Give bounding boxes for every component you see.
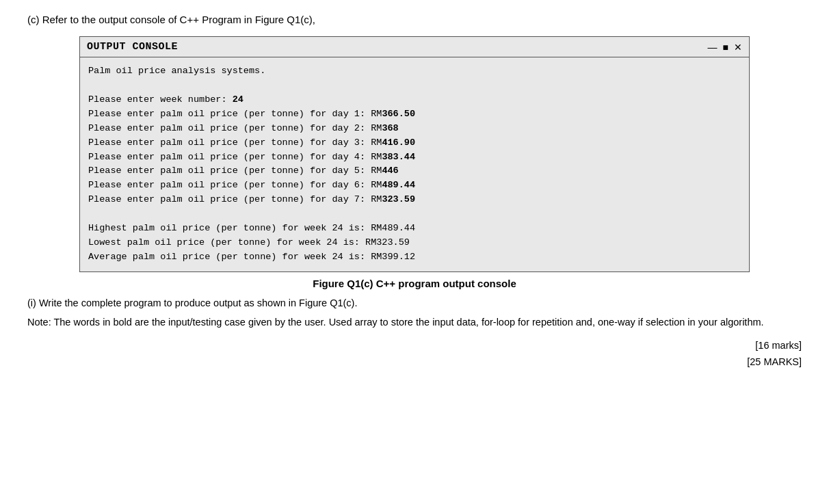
console-line-8: Please enter palm oil price (per tonne) … [88, 164, 741, 178]
input-day1: 366.50 [382, 109, 415, 119]
console-titlebar: OUTPUT CONSOLE — ■ ✕ [80, 37, 749, 57]
minimize-button[interactable]: — [708, 42, 718, 53]
input-week: 24 [233, 94, 244, 105]
input-day2: 368 [382, 123, 398, 133]
console-line-4: Please enter palm oil price (per tonne) … [88, 107, 741, 122]
console-controls: — ■ ✕ [708, 42, 742, 53]
console-line-average: Average palm oil price (per tonne) for w… [88, 250, 741, 265]
marks-section: [16 marks] [25 MARKS] [27, 337, 802, 371]
intro-text: (c) Refer to the output console of C++ P… [27, 14, 802, 25]
figure-caption: Figure Q1(c) C++ program output console [27, 278, 802, 289]
console-line-5: Please enter palm oil price (per tonne) … [88, 122, 741, 136]
console-title: OUTPUT CONSOLE [87, 41, 178, 53]
question-part-i: (i) Write the complete program to produc… [27, 297, 802, 308]
console-line-blank-2 [88, 207, 741, 222]
close-button[interactable]: ✕ [734, 42, 742, 53]
console-line-highest: Highest palm oil price (per tonne) for w… [88, 222, 741, 236]
console-line-lowest: Lowest palm oil price (per tonne) for we… [88, 236, 741, 250]
console-line-3: Please enter week number: 24 [88, 93, 741, 107]
input-day7: 323.59 [382, 194, 415, 204]
console-line-10: Please enter palm oil price (per tonne) … [88, 193, 741, 207]
maximize-button[interactable]: ■ [723, 42, 728, 53]
console-line-6: Please enter palm oil price (per tonne) … [88, 136, 741, 150]
note-text: Note: The words in bold are the input/te… [27, 315, 802, 330]
input-day5: 446 [382, 165, 398, 176]
console-line-1: Palm oil price analysis systems. [88, 64, 741, 79]
console-body: Palm oil price analysis systems. Please … [80, 57, 749, 271]
console-line-7: Please enter palm oil price (per tonne) … [88, 150, 741, 165]
input-day3: 416.90 [382, 137, 415, 148]
console-line-blank-1 [88, 79, 741, 93]
marks-25: [25 MARKS] [27, 354, 802, 371]
console-line-9: Please enter palm oil price (per tonne) … [88, 178, 741, 193]
input-day4: 383.44 [382, 152, 415, 162]
input-day6: 489.44 [382, 180, 415, 190]
marks-16: [16 marks] [27, 337, 802, 354]
console-window: OUTPUT CONSOLE — ■ ✕ Palm oil price anal… [79, 36, 750, 272]
